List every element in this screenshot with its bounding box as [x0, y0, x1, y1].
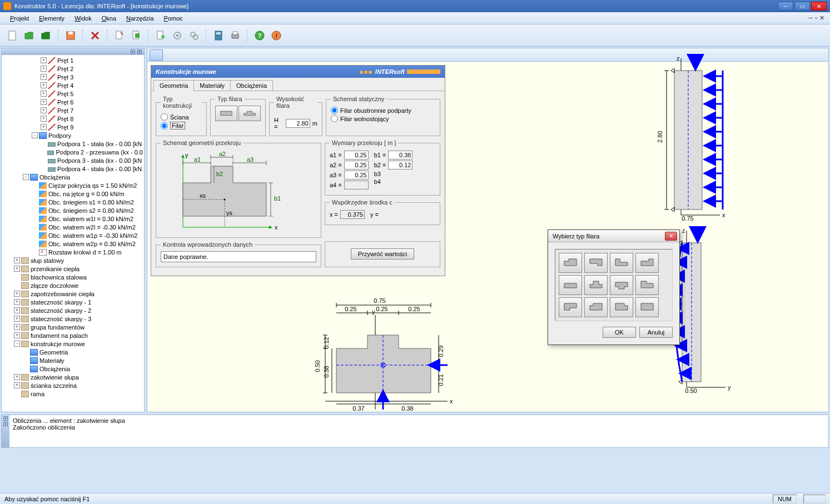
tree-murowe-1[interactable]: Materiały: [3, 356, 143, 365]
tree-pret-7[interactable]: +Pręt 7: [3, 106, 143, 114]
tab-obciazenia[interactable]: Obciążenia: [230, 80, 273, 91]
tree-rama[interactable]: rama: [3, 390, 143, 398]
tree-module-3[interactable]: złącze doczołowe: [3, 281, 143, 290]
tree-obc-1[interactable]: Ciężar pokrycia qs = 1.50 kN/m2: [3, 181, 143, 189]
tree-module-10[interactable]: -konstrukcje murowe: [3, 340, 143, 348]
tree-obc-9[interactable]: Rozstaw krokwi d = 1.00 m: [3, 248, 143, 256]
tree-obc-4[interactable]: Obc. śniegiem s2 = 0.80 kN/m2: [3, 206, 143, 214]
tb-doc1-icon[interactable]: [112, 28, 127, 43]
tree-pret-8[interactable]: +Pręt 8: [3, 114, 143, 123]
tree-close-icon[interactable]: ×: [137, 49, 142, 54]
tb-gear1-icon[interactable]: [170, 28, 185, 43]
input-a4[interactable]: [344, 181, 369, 189]
shape-option-1[interactable]: [559, 253, 582, 273]
input-a2[interactable]: [344, 161, 369, 169]
tb-save-icon[interactable]: [63, 28, 78, 43]
output-close-icon[interactable]: ×: [3, 416, 8, 421]
tree-podpora-4[interactable]: Podpora 4 - stała (kx - 0.00 [kN: [3, 164, 143, 173]
tree-murowe-0[interactable]: Geometria: [3, 348, 143, 356]
input-b1[interactable]: [388, 151, 412, 159]
tree-obc-6[interactable]: Obc. wiatrem w2l = -0.30 kN/m2: [3, 223, 143, 231]
tree-obciazenia[interactable]: -Obciążenia: [3, 173, 143, 181]
menu-okna[interactable]: Okna: [97, 14, 121, 23]
tb-print-icon[interactable]: [228, 28, 242, 43]
radio-filar[interactable]: Filar: [161, 122, 202, 129]
input-H[interactable]: [286, 119, 310, 128]
tb-doc2-icon[interactable]: [129, 28, 143, 43]
radio-obustronnie[interactable]: Filar obustronnie podparty: [331, 107, 435, 114]
shape-option-6[interactable]: [584, 275, 608, 295]
shape-option-2[interactable]: [584, 253, 608, 273]
tree-pret-9[interactable]: +Pręt 9: [3, 123, 143, 131]
tree-pret-5[interactable]: +Pręt 5: [3, 89, 143, 98]
shape-option-12[interactable]: [635, 297, 659, 317]
tree-module-0[interactable]: +słup stalowy: [3, 256, 143, 265]
modal-ok-button[interactable]: OK: [603, 327, 636, 338]
tree-module-2[interactable]: blachownica stalowa: [3, 273, 143, 281]
tb-open2-icon[interactable]: [39, 28, 53, 43]
shape-option-10[interactable]: [584, 297, 608, 317]
mdi-minimize-button[interactable]: ─: [808, 14, 813, 22]
tab-geometria[interactable]: Geometria: [153, 80, 194, 91]
tree-obc-7[interactable]: Obc. wiatrem w1p = -0.30 kN/m2: [3, 231, 143, 239]
radio-sciana[interactable]: Ściana: [161, 113, 202, 121]
shape-option-7[interactable]: [610, 275, 633, 295]
mdi-restore-button[interactable]: ▫: [815, 14, 817, 22]
tree-scianka[interactable]: +ścianka szczelna: [3, 381, 143, 390]
tree-module-4[interactable]: +zapotrzebowanie ciepła: [3, 290, 143, 298]
tb-calc-icon[interactable]: [211, 28, 226, 43]
workspace-view-tab[interactable]: [150, 49, 163, 61]
modal-cancel-button[interactable]: Anuluj: [639, 327, 673, 338]
input-b2[interactable]: [388, 161, 412, 169]
menu-widok[interactable]: Widok: [70, 14, 96, 23]
tree-zakotwienie[interactable]: +zakotwienie słupa: [3, 373, 143, 381]
tree-pret-3[interactable]: +Pręt 3: [3, 73, 143, 81]
tree-module-6[interactable]: +stateczność skarpy - 2: [3, 306, 143, 315]
tab-materialy[interactable]: Materiały: [193, 80, 231, 91]
tree-module-8[interactable]: +grupa fundamentów: [3, 323, 143, 331]
shape-option-4[interactable]: [635, 253, 659, 273]
tree-pret-2[interactable]: +Pręt 2: [3, 64, 143, 73]
output-pin-icon[interactable]: ▪: [3, 422, 8, 426]
tree-podpora-3[interactable]: Podpora 3 - stała (kx - 0.00 [kN: [3, 156, 143, 164]
tree-obc-2[interactable]: Obc. na jętce g = 0.00 kN/m: [3, 189, 143, 198]
typ-filara-btn-1[interactable]: [215, 106, 237, 121]
tb-doc3-icon[interactable]: [153, 28, 168, 43]
close-button[interactable]: ✕: [811, 2, 827, 11]
tb-open-icon[interactable]: [22, 28, 37, 43]
tree-murowe-2[interactable]: Obciążenia: [3, 365, 143, 373]
shape-option-11[interactable]: [610, 297, 633, 317]
minimize-button[interactable]: ─: [778, 2, 793, 11]
mdi-close-button[interactable]: ✕: [819, 14, 824, 22]
menu-projekt[interactable]: Projekt: [6, 14, 33, 23]
tree-podpora-2[interactable]: Podpora 2 - przesuwna (kx - 0.0: [3, 148, 143, 156]
tree-obc-3[interactable]: Obc. śniegiem s1 = 0.80 kN/m2: [3, 198, 143, 206]
tree-module-5[interactable]: +stateczność skarpy - 1: [3, 298, 143, 306]
tb-delete-icon[interactable]: [88, 28, 102, 43]
typ-filara-btn-2[interactable]: [238, 106, 261, 121]
tree-podpory[interactable]: -Podpory: [3, 131, 143, 139]
tree-pin-icon[interactable]: ▪: [131, 49, 135, 54]
menu-narzedzia[interactable]: Narzędzia: [122, 14, 158, 23]
tb-gear2-icon[interactable]: [187, 28, 201, 43]
przywroc-button[interactable]: Przywróć wartości: [351, 248, 415, 260]
menu-pomoc[interactable]: Pomoc: [160, 14, 187, 23]
tree-obc-8[interactable]: Obc. wiatrem w2p = 0.30 kN/m2: [3, 239, 143, 248]
tb-help-icon[interactable]: ?: [252, 28, 267, 43]
shape-option-5[interactable]: [559, 275, 582, 295]
tree-module-9[interactable]: +fundament na palach: [3, 331, 143, 340]
tb-new-icon[interactable]: [6, 28, 20, 43]
input-a3[interactable]: [344, 171, 369, 179]
shape-option-8[interactable]: [635, 275, 659, 295]
maximize-button[interactable]: ▭: [794, 2, 810, 11]
tree-pret-4[interactable]: +Pręt 4: [3, 81, 143, 89]
tb-info-icon[interactable]: i: [269, 28, 284, 43]
modal-close-button[interactable]: ✕: [665, 232, 677, 241]
tree-module-1[interactable]: +przenikanie ciepła: [3, 265, 143, 273]
tree-module-7[interactable]: +stateczność skarpy - 3: [3, 315, 143, 323]
tree-pret-6[interactable]: +Pręt 6: [3, 98, 143, 106]
tree-obc-5[interactable]: Obc. wiatrem w1l = 0.30 kN/m2: [3, 214, 143, 223]
tree-pret-1[interactable]: +Pręt 1: [3, 56, 143, 64]
radio-wolnostojacy[interactable]: Filar wolnostojący: [331, 115, 435, 122]
tree-podpora-1[interactable]: Podpora 1 - stała (kx - 0.00 [kN: [3, 139, 143, 148]
